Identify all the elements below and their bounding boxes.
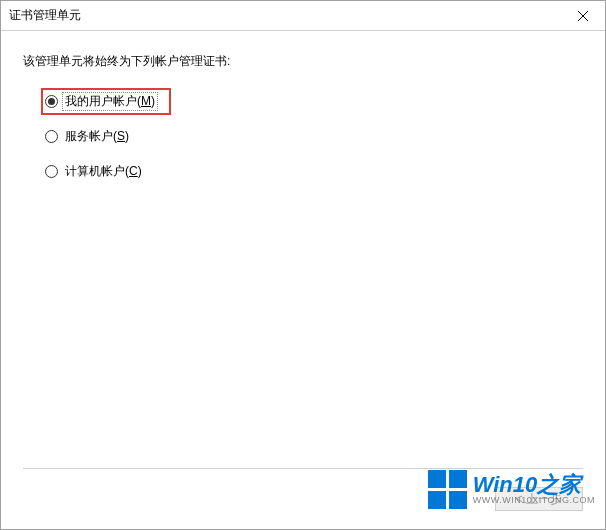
radio-label-service: 服务帐户(S) [63, 128, 131, 145]
window-title: 证书管理单元 [9, 7, 81, 24]
titlebar: 证书管理单元 [1, 1, 605, 31]
instruction-text: 该管理单元将始终为下列帐户管理证书: [23, 53, 583, 70]
radio-computer-account[interactable]: 计算机帐户(C) [43, 160, 583, 183]
radio-label-my-user: 我的用户帐户(M) [63, 93, 157, 110]
dialog-button-row: < 上一步 [495, 487, 583, 511]
separator-line [23, 468, 583, 469]
radio-indicator-icon [45, 130, 58, 143]
close-icon [578, 11, 588, 21]
back-button[interactable]: < 上一步 [495, 487, 583, 511]
radio-indicator-icon [45, 95, 58, 108]
close-button[interactable] [560, 1, 605, 31]
radio-service-account[interactable]: 服务帐户(S) [43, 125, 583, 148]
account-radio-group: 我的用户帐户(M) 服务帐户(S) 计算机帐户(C) [43, 88, 583, 183]
radio-my-user-account[interactable]: 我的用户帐户(M) [41, 88, 171, 115]
dialog-content: 该管理单元将始终为下列帐户管理证书: 我的用户帐户(M) 服务帐户(S) 计算机… [1, 31, 605, 529]
radio-label-computer: 计算机帐户(C) [63, 163, 144, 180]
dialog-window: 证书管理单元 该管理单元将始终为下列帐户管理证书: 我的用户帐户(M) 服务帐户… [0, 0, 606, 530]
radio-indicator-icon [45, 165, 58, 178]
